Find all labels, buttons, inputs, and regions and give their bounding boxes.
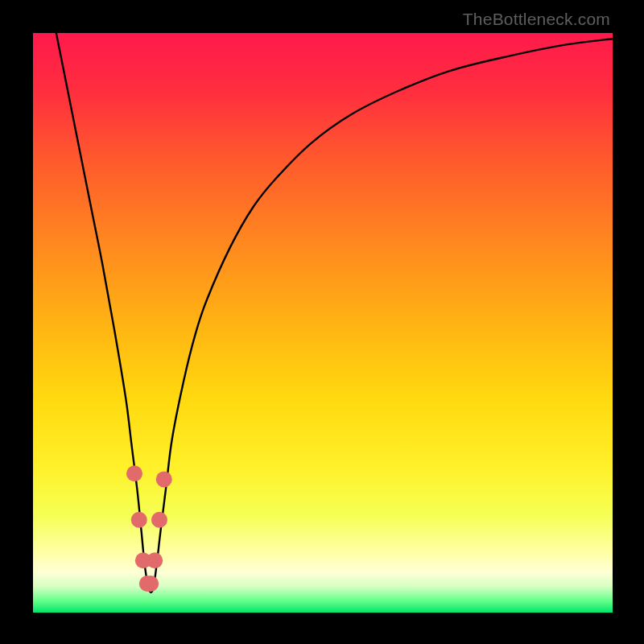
chart-frame: TheBottleneck.com	[0, 0, 644, 644]
watermark-text: TheBottleneck.com	[463, 10, 610, 29]
plot-area	[33, 33, 613, 613]
dip-marker	[156, 471, 172, 487]
bottleneck-curve	[33, 33, 613, 613]
dip-marker	[142, 576, 159, 592]
dip-marker	[151, 512, 167, 528]
dip-marker	[147, 552, 163, 568]
dip-marker	[126, 465, 142, 481]
dip-marker	[131, 512, 147, 528]
